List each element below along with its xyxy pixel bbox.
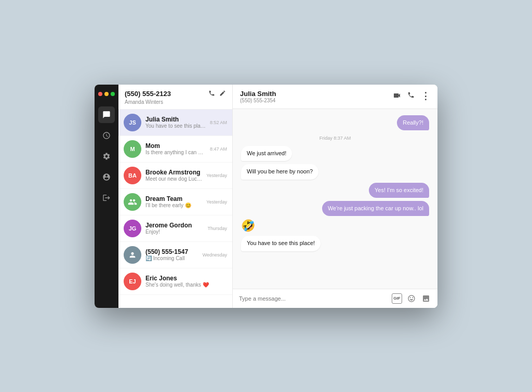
message-row: We just arrived! (241, 146, 429, 161)
contact-info: (550) 555-1547 🔄 Incoming Call (145, 248, 198, 261)
gif-button[interactable]: GIF (392, 293, 402, 304)
account-phone: (550) 555-2123 (125, 90, 171, 98)
contact-time: Yesterday (206, 199, 227, 205)
emoji-button[interactable] (406, 293, 417, 304)
contact-name: Dream Team (145, 195, 202, 202)
chat-header-actions: ⋮ (393, 91, 430, 101)
compose-icon[interactable] (219, 90, 226, 98)
traffic-lights (95, 90, 118, 98)
account-name: Amanda Winters (125, 99, 226, 105)
message-row: 🤣 (241, 219, 429, 233)
more-options-icon[interactable]: ⋮ (421, 91, 430, 101)
contact-time: 8:47 AM (210, 146, 227, 152)
contact-avatar (124, 246, 141, 264)
contact-preview: You have to see this place! (145, 123, 206, 129)
message-input[interactable] (239, 295, 388, 302)
contact-time: Wednesday (203, 252, 227, 258)
contact-avatar: EJ (124, 273, 141, 290)
chat-contact-name: Julia Smith (240, 90, 276, 98)
message-row: Will you be here by noon? (241, 164, 429, 179)
maximize-button[interactable] (111, 92, 115, 96)
contact-item[interactable]: JS Julia Smith You have to see this plac… (118, 110, 232, 136)
phone-call-icon[interactable] (407, 91, 415, 101)
message-bubble: Really?! (397, 115, 429, 130)
message-row: You have to see this place! (241, 236, 429, 251)
contact-name: Eric Jones (145, 275, 223, 282)
contact-info: Dream Team I'll be there early 😊 (145, 195, 202, 208)
contact-preview: I'll be there early 😊 (145, 202, 202, 208)
contact-time: Yesterday (206, 173, 227, 178)
contact-name: (550) 555-1547 (145, 248, 198, 255)
message-bubble: We just arrived! (241, 146, 292, 161)
chat-header-info: Julia Smith (550) 555-2354 (240, 90, 276, 103)
contact-avatar: JS (124, 114, 141, 131)
contact-item[interactable]: EJ Eric Jones She's doing well, thanks ❤… (118, 268, 232, 295)
nav-logout[interactable] (98, 190, 115, 206)
header-actions (208, 90, 226, 98)
nav-messages[interactable] (98, 106, 115, 123)
contacts-panel: (550) 555-2123 Amanda Winters JS Julia S… (118, 85, 233, 308)
message-row: We're just packing the car up now.. lol (241, 201, 429, 216)
contact-info: Jerome Gordon Enjoy! (145, 222, 203, 235)
contact-avatar: M (124, 140, 141, 158)
message-row: Really?! (241, 115, 429, 130)
close-button[interactable] (98, 92, 102, 96)
nav-settings[interactable] (98, 148, 115, 165)
message-date: Friday 8:37 AM (241, 136, 429, 141)
contact-info: Eric Jones She's doing well, thanks ❤️ (145, 275, 223, 288)
contact-info: Mom Is there anything I can bring? (145, 142, 206, 155)
contact-list: JS Julia Smith You have to see this plac… (118, 110, 232, 308)
contact-avatar: BA (124, 167, 141, 184)
contact-avatar: JG (124, 220, 141, 237)
message-bubble: Yes! I'm so excited! (369, 183, 429, 198)
contact-name: Julia Smith (145, 116, 206, 123)
message-bubble: Will you be here by noon? (241, 164, 318, 179)
contact-item[interactable]: (550) 555-1547 🔄 Incoming Call Wednesday (118, 242, 232, 268)
app-window: (550) 555-2123 Amanda Winters JS Julia S… (95, 85, 437, 308)
contact-preview: Meet our new dog Lucy 🐾 (145, 176, 202, 182)
contact-name: Jerome Gordon (145, 222, 203, 229)
chat-header: Julia Smith (550) 555-2354 ⋮ (233, 85, 437, 109)
message-bubble: We're just packing the car up now.. lol (322, 201, 429, 216)
contact-item[interactable]: M Mom Is there anything I can bring? 8:4… (118, 136, 232, 163)
contact-name: Brooke Armstrong (145, 169, 202, 176)
contact-info: Brooke Armstrong Meet our new dog Lucy 🐾 (145, 169, 202, 182)
contact-avatar (124, 193, 141, 211)
contact-preview: Is there anything I can bring? (145, 150, 206, 155)
sidebar-nav (95, 85, 118, 308)
contact-item[interactable]: Dream Team I'll be there early 😊 Yesterd… (118, 189, 232, 215)
contact-time: 8:52 AM (210, 120, 227, 125)
contact-preview: Enjoy! (145, 229, 203, 235)
message-row: Yes! I'm so excited! (241, 183, 429, 198)
contact-item[interactable]: BA Brooke Armstrong Meet our new dog Luc… (118, 163, 232, 189)
contact-time: Thursday (207, 226, 227, 231)
message-bubble: You have to see this place! (241, 236, 321, 251)
nav-contacts[interactable] (98, 169, 115, 185)
nav-recent[interactable] (98, 127, 115, 144)
contact-preview: 🔄 Incoming Call (145, 255, 198, 261)
contact-info: Julia Smith You have to see this place! (145, 116, 206, 129)
chat-contact-phone: (550) 555-2354 (240, 98, 276, 103)
contact-item[interactable]: JG Jerome Gordon Enjoy! Thursday (118, 215, 232, 242)
minimize-button[interactable] (104, 92, 109, 96)
chat-panel: Julia Smith (550) 555-2354 ⋮ Really?!Fri… (233, 85, 437, 308)
contacts-header: (550) 555-2123 Amanda Winters (118, 85, 232, 110)
image-button[interactable] (421, 293, 431, 304)
chat-input-area: GIF (233, 289, 437, 308)
contact-name: Mom (145, 142, 206, 150)
call-icon[interactable] (208, 90, 215, 98)
input-icons: GIF (392, 293, 431, 304)
emoji-message: 🤣 (241, 219, 255, 233)
contact-preview: She's doing well, thanks ❤️ (145, 282, 223, 288)
chat-messages: Really?!Friday 8:37 AMWe just arrived!Wi… (233, 109, 437, 289)
video-call-icon[interactable] (393, 91, 401, 101)
